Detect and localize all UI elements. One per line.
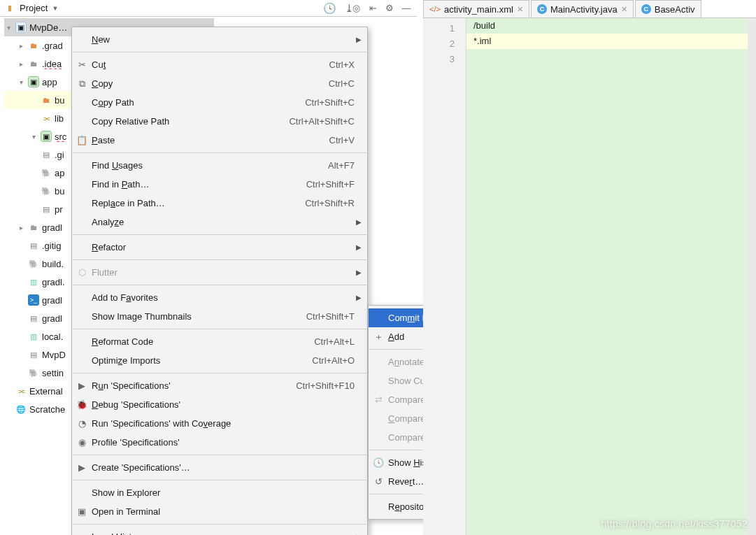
tree-label: settin (42, 368, 64, 378)
file-icon: ▤ (41, 149, 52, 160)
menu-item[interactable]: ◔Run 'Specifications' with Coverage (72, 414, 367, 433)
menu-label: Debug 'Specifications' (92, 399, 355, 410)
menu-item[interactable]: ✂CutCtrl+X (72, 55, 367, 74)
globe-icon: 🌐 (15, 404, 27, 415)
expand-icon[interactable]: ▸ (17, 42, 25, 50)
menu-label: Run 'Specifications' (92, 380, 296, 391)
separator (73, 52, 366, 52)
menu-item[interactable]: Optimize ImportsCtrl+Alt+O (72, 351, 367, 370)
editor-tab[interactable]: </>activity_main.xml✕ (423, 0, 529, 17)
separator (73, 285, 366, 285)
folder-dk-icon: 🖿 (28, 222, 39, 233)
lib-icon: ⫘ (15, 385, 27, 397)
bar-icon: ▥ (28, 331, 39, 342)
folder-grn-icon: ▣ (28, 76, 39, 87)
menu-item[interactable]: ▶Create 'Specifications'… (72, 458, 367, 477)
submenu-arrow-icon: ▶ (356, 218, 362, 226)
minimize-icon[interactable]: — (400, 2, 413, 15)
tree-label: app (42, 77, 57, 87)
context-menu[interactable]: New▶✂CutCtrl+X⧉CopyCtrl+CCopy PathCtrl+S… (71, 27, 368, 535)
menu-label: Show in Explorer (92, 487, 355, 498)
expand-icon[interactable]: ▸ (17, 60, 25, 68)
code-line[interactable]: *.iml (466, 34, 756, 49)
scrollbar[interactable] (748, 18, 756, 535)
close-icon[interactable]: ✕ (517, 5, 523, 14)
tree-label: External (29, 386, 63, 397)
shortcut: Ctrl+Shift+R (305, 198, 355, 208)
term-icon: >_ (28, 294, 39, 306)
top-icon-bar: 🕓 ⤓ (323, 2, 354, 15)
tree-label: lib (55, 113, 64, 124)
menu-icon: ◔ (76, 418, 87, 429)
menu-item[interactable]: Copy PathCtrl+Shift+C (72, 93, 367, 112)
menu-item[interactable]: Local History▶ (72, 527, 367, 535)
menu-icon: ◉ (76, 437, 87, 448)
menu-item[interactable]: New▶ (72, 30, 367, 49)
close-icon[interactable]: ✕ (621, 5, 627, 14)
menu-item[interactable]: Show in Explorer (72, 483, 367, 502)
menu-item[interactable]: Find in Path…Ctrl+Shift+F (72, 175, 367, 194)
project-title[interactable]: Project (20, 3, 48, 13)
tree-label: gradl (42, 295, 62, 306)
menu-item[interactable]: ▶Run 'Specifications'Ctrl+Shift+F10 (72, 376, 367, 395)
class-icon: C (537, 4, 547, 14)
menu-icon: ↺ (373, 476, 384, 487)
editor-tabs[interactable]: </>activity_main.xml✕CMainActivity.java✕… (423, 0, 756, 18)
history-icon[interactable]: 🕓 (323, 2, 336, 15)
menu-item[interactable]: ▣Open in Terminal (72, 502, 367, 521)
tree-label: .idea (42, 59, 62, 69)
tree-label: gradl (42, 313, 62, 324)
watermark: https://blog.csdn.net/kiss377052 (601, 518, 748, 529)
menu-item[interactable]: Analyze▶ (72, 213, 367, 231)
file-icon: ▤ (28, 349, 39, 360)
menu-item[interactable]: Find UsagesAlt+F7 (72, 156, 367, 175)
expand-icon[interactable]: ▸ (17, 224, 25, 231)
file-icon: ▤ (28, 240, 39, 251)
expand-icon[interactable]: ▾ (17, 78, 25, 86)
menu-label: Local History (92, 532, 355, 535)
code-line[interactable] (466, 49, 756, 64)
menu-item[interactable]: ⧉CopyCtrl+C (72, 74, 367, 93)
menu-item[interactable]: Show Image ThumbnailsCtrl+Shift+T (72, 307, 367, 326)
menu-icon: ＋ (373, 331, 384, 343)
menu-item[interactable]: Reformat CodeCtrl+Alt+L (72, 332, 367, 351)
menu-item[interactable]: 🐞Debug 'Specifications' (72, 395, 367, 414)
download-icon[interactable]: ⤓ (345, 2, 354, 15)
chevron-down-icon[interactable]: ▼ (52, 5, 58, 12)
code-area[interactable]: /build*.iml https://blog.csdn.net/kiss37… (466, 18, 756, 535)
menu-label: New (92, 34, 355, 45)
menu-label: Show Image Thumbnails (92, 311, 306, 322)
gear-icon[interactable]: ⚙ (383, 2, 396, 15)
menu-item[interactable]: Replace in Path…Ctrl+Shift+R (72, 194, 367, 213)
menu-label: Copy Path (92, 97, 305, 108)
separator (73, 152, 366, 153)
submenu-arrow-icon: ▶ (356, 36, 362, 43)
menu-label: Open in Terminal (92, 506, 355, 517)
separator (73, 234, 366, 235)
tree-label: .gi (55, 150, 64, 160)
menu-item[interactable]: 📋PasteCtrl+V (72, 131, 367, 150)
editor-tab[interactable]: CBaseActiv (635, 0, 701, 17)
menu-item[interactable]: Refactor▶ (72, 238, 367, 257)
menu-item[interactable]: Copy Relative PathCtrl+Alt+Shift+C (72, 112, 367, 131)
menu-icon: ▶ (76, 380, 87, 391)
xml-icon: </> (429, 5, 441, 13)
shortcut: Ctrl+Shift+F10 (296, 380, 355, 391)
menu-item[interactable]: ◉Profile 'Specifications' (72, 433, 367, 452)
menu-label: Copy Relative Path (92, 116, 289, 127)
submenu-arrow-icon: ▶ (356, 294, 362, 301)
gutter: 123 (423, 18, 466, 535)
collapse-icon[interactable]: ⇤ (366, 2, 379, 15)
menu-label: Reformat Code (92, 336, 314, 347)
line-number: 2 (423, 36, 455, 52)
expand-icon[interactable]: ▾ (4, 24, 13, 31)
editor-tab[interactable]: CMainActivity.java✕ (531, 0, 634, 17)
tab-label: BaseActiv (655, 4, 695, 15)
submenu-arrow-icon: ▶ (356, 269, 362, 276)
code-line[interactable]: /build (466, 18, 756, 34)
folder-o-icon: 🖿 (28, 40, 39, 51)
expand-icon[interactable]: ▾ (29, 133, 38, 141)
menu-item[interactable]: Add to Favorites▶ (72, 288, 367, 307)
separator (73, 329, 366, 329)
menu-label: Refactor (92, 242, 355, 252)
